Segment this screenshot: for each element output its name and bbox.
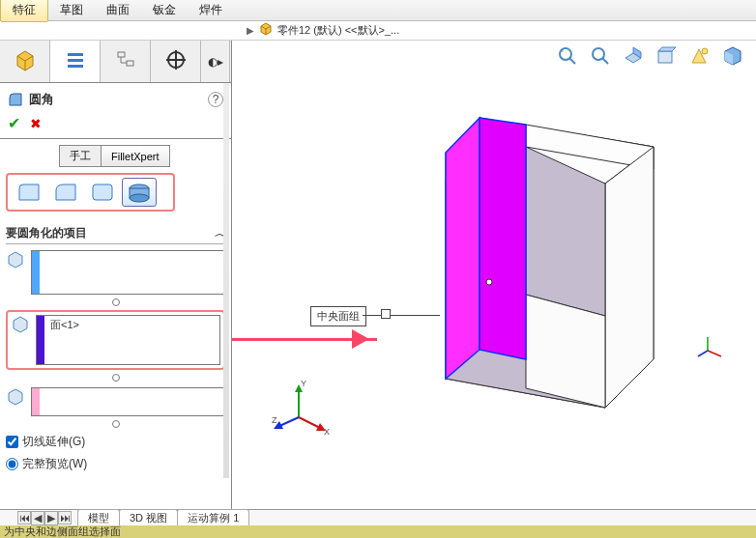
callout-handle[interactable] bbox=[381, 309, 391, 319]
svg-line-38 bbox=[698, 351, 708, 356]
tree-icon bbox=[115, 49, 136, 73]
svg-marker-25 bbox=[480, 118, 526, 359]
tab-nav-last[interactable]: ⏭ bbox=[58, 511, 72, 524]
feature-title: 圆角 bbox=[29, 91, 54, 108]
panel-scrollbar[interactable] bbox=[223, 83, 229, 478]
side-face-2-color bbox=[32, 388, 40, 415]
face-callout[interactable]: 中央面组 bbox=[310, 306, 366, 326]
view-toolbar bbox=[551, 41, 748, 71]
model-canvas[interactable] bbox=[363, 89, 731, 456]
callout-leader bbox=[363, 315, 440, 316]
svg-marker-59 bbox=[9, 389, 22, 405]
center-face-highlight: 面<1> bbox=[6, 310, 225, 370]
tangent-check-row: 切线延伸(G) bbox=[6, 434, 225, 450]
ribbon-tab-sketch[interactable]: 草图 bbox=[48, 0, 95, 21]
zoom-area-icon[interactable] bbox=[588, 44, 613, 68]
drag-dot[interactable] bbox=[112, 420, 120, 428]
center-face-list[interactable]: 面<1> bbox=[36, 315, 220, 365]
ok-button[interactable]: ✔ bbox=[8, 114, 20, 132]
cube-mini-icon bbox=[11, 315, 30, 334]
cube-mini-icon bbox=[6, 250, 25, 269]
svg-line-37 bbox=[708, 351, 721, 356]
svg-rect-53 bbox=[93, 184, 112, 200]
callout-label: 中央面组 bbox=[310, 306, 366, 326]
section-items-title[interactable]: 要圆角化的项目 ︿ bbox=[6, 225, 225, 244]
drag-dot[interactable] bbox=[112, 298, 120, 306]
ribbon-tab-sheetmetal[interactable]: 钣金 bbox=[141, 0, 188, 21]
drag-dot[interactable] bbox=[112, 374, 120, 382]
ribbon-tab-weldments[interactable]: 焊件 bbox=[188, 0, 234, 21]
view-triad[interactable]: Y X Z bbox=[272, 379, 330, 437]
svg-point-26 bbox=[486, 279, 492, 285]
breadcrumb-text[interactable]: 零件12 (默认) <<默认>_... bbox=[277, 23, 399, 38]
mode-manual-button[interactable]: 手工 bbox=[59, 145, 101, 167]
side-face-set-2 bbox=[6, 387, 225, 416]
bottom-tab-motion[interactable]: 运动算例 1 bbox=[177, 509, 249, 526]
status-text: 为中央和边侧面组选择面 bbox=[4, 524, 121, 538]
viewport[interactable]: 中央面组 Y X Z bbox=[238, 41, 756, 509]
fillet-type-full-round-icon[interactable] bbox=[122, 178, 157, 207]
side-face-1-list[interactable] bbox=[31, 250, 225, 295]
svg-marker-13 bbox=[658, 47, 676, 51]
tab-overflow[interactable]: ◐▸ bbox=[201, 41, 230, 82]
tab-property-manager[interactable] bbox=[50, 41, 101, 82]
bottom-tab-3dview[interactable]: 3D 视图 bbox=[119, 509, 178, 526]
fillet-type-variable-icon[interactable] bbox=[48, 178, 83, 207]
fillet-icon bbox=[8, 92, 23, 107]
feature-header: 圆角 ? bbox=[0, 83, 231, 112]
svg-rect-47 bbox=[127, 61, 133, 66]
cube-icon bbox=[14, 48, 37, 74]
ribbon-tabs: 特征 草图 曲面 钣金 焊件 bbox=[0, 0, 756, 21]
zoom-fit-icon[interactable] bbox=[555, 44, 580, 68]
svg-rect-12 bbox=[658, 51, 672, 63]
svg-rect-43 bbox=[68, 53, 83, 56]
svg-line-5 bbox=[569, 58, 575, 64]
svg-marker-58 bbox=[14, 317, 27, 332]
tangent-checkbox[interactable] bbox=[6, 436, 18, 448]
ribbon-tab-surface[interactable]: 曲面 bbox=[95, 0, 141, 21]
chevron-icon: ◐▸ bbox=[208, 55, 223, 69]
view-orientation-icon[interactable] bbox=[621, 44, 646, 68]
cancel-button[interactable]: ✖ bbox=[30, 116, 42, 131]
svg-rect-44 bbox=[68, 59, 83, 62]
target-icon bbox=[165, 49, 187, 73]
svg-text:Y: Y bbox=[301, 379, 306, 388]
tab-dimxpert[interactable] bbox=[151, 41, 201, 82]
ribbon-tab-features[interactable]: 特征 bbox=[0, 0, 48, 22]
svg-marker-57 bbox=[9, 252, 22, 268]
tab-config-manager[interactable] bbox=[101, 41, 151, 82]
list-icon bbox=[65, 49, 86, 73]
side-face-set-1 bbox=[6, 250, 225, 295]
tab-feature-tree[interactable] bbox=[0, 41, 50, 82]
svg-rect-45 bbox=[68, 65, 83, 68]
section-view-icon[interactable] bbox=[719, 44, 744, 68]
svg-rect-46 bbox=[118, 52, 125, 57]
fillet-type-face-icon[interactable] bbox=[85, 178, 120, 207]
mode-filletxpert-button[interactable]: FilletXpert bbox=[101, 145, 170, 167]
bottom-tabs: ⏮ ◀ ▶ ⏭ 模型 3D 视图 运动算例 1 bbox=[0, 509, 756, 525]
display-style-icon[interactable] bbox=[654, 44, 679, 68]
svg-marker-24 bbox=[446, 118, 480, 379]
manager-tabs: ◐▸ bbox=[0, 41, 231, 83]
fullpreview-radio[interactable] bbox=[6, 458, 18, 470]
svg-marker-21 bbox=[605, 147, 654, 408]
help-icon[interactable]: ? bbox=[208, 92, 223, 107]
origin-triad bbox=[696, 333, 725, 365]
tab-nav-first[interactable]: ⏮ bbox=[17, 511, 31, 524]
fillet-type-row bbox=[6, 173, 175, 212]
svg-text:X: X bbox=[324, 427, 330, 437]
svg-point-7 bbox=[567, 49, 569, 51]
tab-nav-next[interactable]: ▶ bbox=[44, 511, 58, 525]
svg-line-9 bbox=[602, 58, 608, 64]
side-face-2-list[interactable] bbox=[31, 387, 225, 416]
part-icon bbox=[258, 21, 274, 40]
center-face-color bbox=[37, 316, 44, 364]
cube-mini-icon bbox=[6, 387, 25, 407]
panel-body: 手工 FilletXpert 要圆角化的项目 ︿ bbox=[0, 138, 231, 514]
fillet-type-constant-icon[interactable] bbox=[12, 178, 46, 207]
svg-point-14 bbox=[702, 48, 708, 54]
center-face-item[interactable]: 面<1> bbox=[50, 319, 79, 330]
scene-icon[interactable] bbox=[686, 44, 712, 68]
fullpreview-row: 完整预览(W) bbox=[6, 456, 225, 472]
tab-nav-prev[interactable]: ◀ bbox=[31, 511, 44, 525]
